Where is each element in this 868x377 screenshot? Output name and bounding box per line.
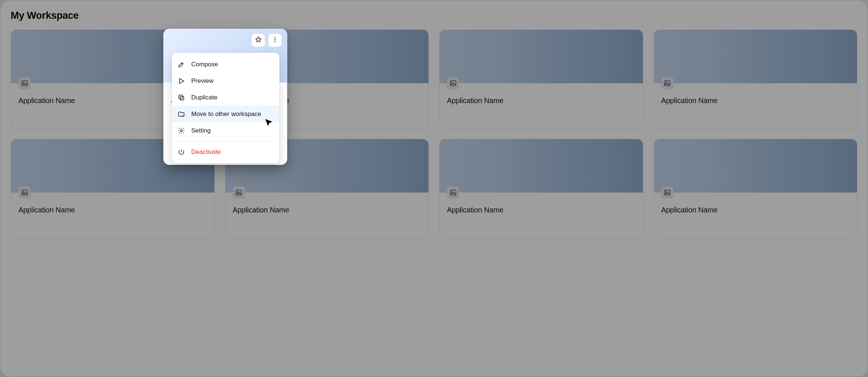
svg-point-16 — [274, 37, 275, 38]
favorite-button[interactable] — [252, 34, 265, 47]
gear-icon — [177, 127, 185, 135]
svg-point-23 — [181, 130, 182, 131]
modal-scrim[interactable] — [0, 0, 868, 377]
focused-app-card: App Compose Preview Duplicate Move to ot… — [163, 29, 287, 165]
play-icon — [177, 77, 185, 85]
menu-move[interactable]: Move to other workspace — [172, 106, 279, 122]
card-actions — [252, 34, 282, 47]
menu-deactivate[interactable]: Deactivate — [172, 144, 279, 160]
star-icon — [255, 36, 262, 45]
svg-rect-22 — [179, 95, 182, 99]
svg-rect-21 — [180, 96, 184, 100]
compose-icon — [177, 60, 185, 68]
menu-preview[interactable]: Preview — [172, 73, 279, 89]
copy-icon — [177, 94, 185, 102]
menu-duplicate[interactable]: Duplicate — [172, 89, 279, 106]
menu-item-label: Duplicate — [191, 94, 217, 101]
menu-item-label: Deactivate — [191, 148, 221, 156]
divider — [172, 141, 279, 141]
more-vertical-icon — [271, 36, 279, 45]
menu-item-label: Preview — [191, 77, 213, 85]
menu-item-label: Setting — [191, 127, 211, 134]
menu-setting[interactable]: Setting — [172, 122, 279, 139]
menu-compose[interactable]: Compose — [172, 56, 279, 73]
power-icon — [177, 148, 185, 156]
menu-item-label: Move to other workspace — [191, 110, 261, 118]
more-button[interactable] — [268, 34, 282, 47]
svg-point-17 — [274, 39, 275, 40]
svg-point-18 — [274, 41, 275, 42]
menu-item-label: Compose — [191, 61, 218, 68]
folder-plus-icon — [177, 110, 185, 118]
context-menu: Compose Preview Duplicate Move to other … — [172, 53, 280, 163]
